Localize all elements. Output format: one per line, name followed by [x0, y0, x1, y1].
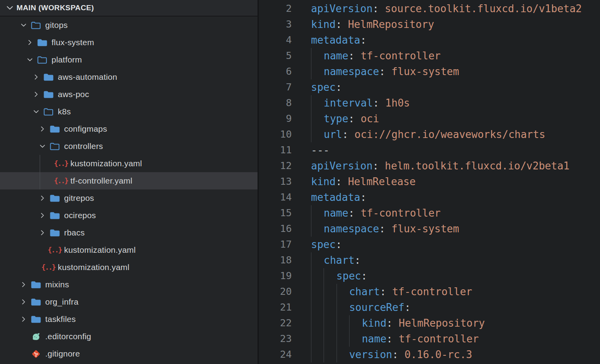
indent-guide — [324, 315, 336, 331]
line-number[interactable]: 15 — [259, 205, 292, 221]
line-number[interactable]: 2 — [259, 1, 292, 17]
indent-guide — [311, 111, 324, 127]
line-number[interactable]: 18 — [259, 252, 292, 268]
tree-item-file[interactable]: {..}kustomization.yaml — [0, 155, 258, 172]
tree-item-folder[interactable]: rbacs — [0, 224, 258, 241]
code-line[interactable]: 13kind:HelmRelease — [259, 174, 600, 189]
line-number[interactable]: 5 — [259, 48, 292, 64]
tree-item-folder[interactable]: ocirepos — [0, 207, 258, 224]
yaml-colon: : — [360, 32, 366, 48]
yaml-file-icon: {..} — [54, 177, 68, 184]
line-number[interactable]: 6 — [259, 64, 292, 79]
chevron-down-icon[interactable] — [24, 51, 36, 68]
code-line[interactable]: 10url:oci://ghcr.io/weaveworks/charts — [259, 127, 600, 142]
tree-item-folder[interactable]: aws-poc — [0, 86, 258, 103]
chevron-right-icon[interactable] — [30, 86, 42, 103]
tree-item-folder[interactable]: gitrepos — [0, 189, 258, 207]
line-number[interactable]: 12 — [259, 158, 292, 174]
code-line[interactable]: 24version:0.16.0-rc.3 — [259, 347, 600, 362]
tree-item-folder[interactable]: taskfiles — [0, 311, 258, 328]
tree-item-folder[interactable]: flux-system — [0, 34, 258, 51]
code-line[interactable]: 7spec: — [259, 79, 600, 95]
code-line[interactable]: 22kind:HelmRepository — [259, 315, 600, 331]
tree-item-file[interactable]: {..}kustomization.yaml — [0, 241, 258, 259]
tree-item-folder[interactable]: mixins — [0, 276, 258, 293]
chevron-right-icon[interactable] — [24, 34, 36, 51]
line-number[interactable]: 13 — [259, 174, 292, 189]
line-number[interactable]: 23 — [259, 331, 292, 347]
line-number[interactable]: 10 — [259, 127, 292, 142]
line-number[interactable]: 9 — [259, 111, 292, 127]
tree-item-folder[interactable]: org_infra — [0, 293, 258, 311]
code-line[interactable]: 8interval:1h0s — [259, 95, 600, 111]
chevron-right-icon[interactable] — [30, 68, 42, 86]
chevron-down-icon[interactable] — [36, 138, 49, 155]
code-line[interactable]: 3kind:HelmRepository — [259, 17, 600, 32]
chevron-right-icon[interactable] — [17, 276, 30, 293]
chevron-down-icon[interactable] — [4, 4, 16, 12]
twistie-spacer — [30, 259, 42, 276]
line-number[interactable]: 24 — [259, 347, 292, 362]
line-number[interactable]: 21 — [259, 300, 292, 315]
explorer-section-header[interactable]: MAIN (WORKSPACE) — [0, 0, 258, 17]
line-number[interactable]: 7 — [259, 79, 292, 95]
indent-guide — [311, 127, 324, 142]
chevron-right-icon[interactable] — [36, 189, 49, 207]
code-area: 2apiVersion:source.toolkit.fluxcd.io/v1b… — [259, 1, 600, 362]
line-number[interactable]: 17 — [259, 237, 292, 252]
tree-item-file[interactable]: .editorconfig — [0, 328, 258, 345]
code-line[interactable]: 4metadata: — [259, 32, 600, 48]
code-line[interactable]: 17spec: — [259, 237, 600, 252]
line-number[interactable]: 8 — [259, 95, 292, 111]
line-number[interactable]: 16 — [259, 221, 292, 237]
chevron-right-icon[interactable] — [17, 293, 30, 311]
code-line[interactable]: 2apiVersion:source.toolkit.fluxcd.io/v1b… — [259, 1, 600, 17]
code-line[interactable]: 14metadata: — [259, 189, 600, 205]
tree-item-folder[interactable]: platform — [0, 51, 258, 68]
code-line[interactable]: 11--- — [259, 142, 600, 158]
code-line[interactable]: 9type:oci — [259, 111, 600, 127]
tree-item-file[interactable]: .gitignore — [0, 345, 258, 362]
indent-guide — [324, 268, 336, 284]
yaml-key: name — [324, 205, 348, 221]
chevron-right-icon[interactable] — [36, 120, 49, 138]
chevron-right-icon[interactable] — [17, 311, 30, 328]
code-line[interactable]: 5name:tf-controller — [259, 48, 600, 64]
line-number[interactable]: 14 — [259, 189, 292, 205]
line-number[interactable]: 19 — [259, 268, 292, 284]
chevron-right-icon[interactable] — [36, 207, 49, 224]
yaml-key: spec — [311, 237, 336, 252]
code-line[interactable]: 6namespace:flux-system — [259, 64, 600, 79]
chevron-down-icon[interactable] — [17, 17, 30, 34]
line-number[interactable]: 3 — [259, 17, 292, 32]
chevron-right-icon[interactable] — [36, 224, 49, 241]
code-line[interactable]: 19spec: — [259, 268, 600, 284]
line-number[interactable]: 20 — [259, 284, 292, 300]
tree-item-folder[interactable]: controllers — [0, 138, 258, 155]
yaml-colon: : — [336, 174, 342, 189]
yaml-value: 0.16.0-rc.3 — [405, 347, 472, 362]
code-line[interactable]: 21sourceRef: — [259, 300, 600, 315]
code-text: kind:HelmRepository — [311, 315, 485, 331]
tree-item-folder[interactable]: aws-automation — [0, 68, 258, 86]
yaml-value: HelmRelease — [348, 174, 416, 189]
tree-item-label: rbacs — [64, 228, 85, 237]
yaml-colon: : — [379, 221, 385, 237]
code-line[interactable]: 20chart:tf-controller — [259, 284, 600, 300]
code-line[interactable]: 12apiVersion:helm.toolkit.fluxcd.io/v2be… — [259, 158, 600, 174]
tree-item-folder[interactable]: configmaps — [0, 120, 258, 138]
code-line[interactable]: 15name:tf-controller — [259, 205, 600, 221]
chevron-down-icon[interactable] — [30, 103, 42, 120]
yaml-value: tf-controller — [392, 284, 472, 300]
code-line[interactable]: 23name:tf-controller — [259, 331, 600, 347]
line-number[interactable]: 4 — [259, 32, 292, 48]
tree-item-folder[interactable]: k8s — [0, 103, 258, 120]
line-number[interactable]: 22 — [259, 315, 292, 331]
indent-guide — [337, 331, 349, 347]
tree-item-folder[interactable]: gitops — [0, 17, 258, 34]
tree-item-file[interactable]: {..}kustomization.yaml — [0, 259, 258, 276]
code-line[interactable]: 18chart: — [259, 252, 600, 268]
tree-item-file[interactable]: {..}tf-controller.yaml — [0, 172, 258, 189]
code-line[interactable]: 16namespace:flux-system — [259, 221, 600, 237]
line-number[interactable]: 11 — [259, 142, 292, 158]
